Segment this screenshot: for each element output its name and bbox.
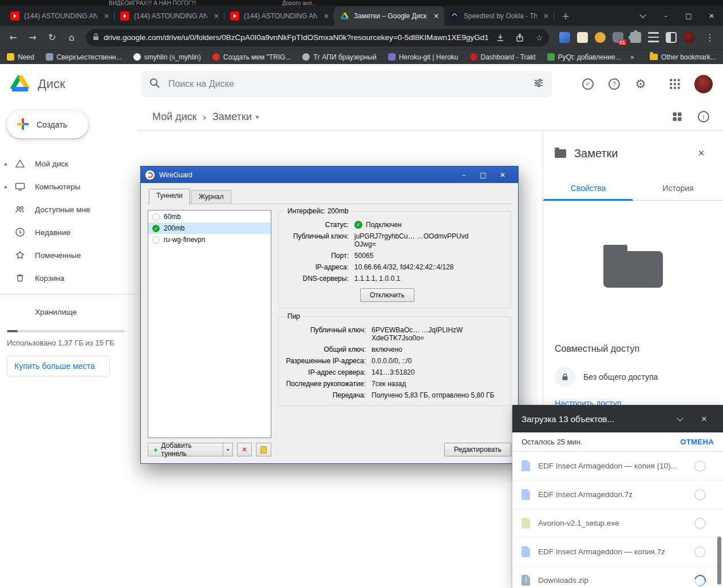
bookmark-star-icon[interactable]: ☆ [532,30,547,45]
add-tunnel-caret-icon[interactable]: ▾ [223,443,232,456]
sidebar-item[interactable]: ▸ Корзина [0,267,137,289]
sidebar-item[interactable]: ▸ Доступные мне [0,198,137,221]
bookmark-item[interactable]: Сверхъестественн... [46,53,122,61]
download-item[interactable]: EDF Insect Armageddon — копия.7z [512,538,723,566]
sidebar-item[interactable]: ▸ Компьютеры [0,175,137,198]
details-tab[interactable]: Свойства [543,176,633,200]
extension-icon[interactable] [630,32,641,43]
bookmark-item[interactable]: Тг АПИ браузерный [302,53,376,61]
details-tab[interactable]: История [633,176,723,200]
url-text[interactable]: drive.google.com/drive/u/0/folders/0BzCp… [104,33,488,42]
info-button[interactable]: i [693,106,714,127]
browser-tab[interactable]: Заметки – Google Диск × [334,6,444,26]
bookmark-item[interactable]: Создать мем "TRIG... [212,53,291,61]
sidebar-item-storage[interactable]: Хранилище [0,300,137,323]
grid-view-button[interactable] [667,106,688,127]
offline-status-button[interactable]: ✓ [576,73,599,96]
google-apps-button[interactable] [663,73,686,96]
drive-logo[interactable]: Диск [9,73,141,95]
search-options-icon[interactable] [534,78,544,90]
forward-button[interactable]: → [23,28,42,47]
search-input[interactable] [168,79,526,89]
breadcrumb-current[interactable]: Заметки ▾ [212,111,259,123]
bookmark-item[interactable]: Heroku-git | Heroku [388,53,459,61]
tunnel-list[interactable]: 60mb 200mb ru-wg-finevpn [148,210,271,438]
tab-close-icon[interactable]: × [432,11,441,21]
bookmark-item[interactable]: Dashboard - Trakt [470,53,536,61]
extension-icon[interactable] [666,32,677,43]
edit-button[interactable]: Редактировать [444,443,511,456]
export-tunnels-button[interactable] [256,443,271,456]
tab-favicon [340,11,349,21]
tunnel-item[interactable]: 200mb [148,223,271,234]
tunnel-item[interactable]: ru-wg-finevpn [148,234,271,245]
sidebar-item[interactable]: ▸ Недавние [0,221,137,244]
add-tunnel-button[interactable]: +Добавить туннель ▾ [148,443,233,456]
share-icon[interactable] [512,30,527,45]
reload-button[interactable]: ↻ [42,28,62,47]
browser-tab[interactable]: (144) ASTOUNDING ANIM × [114,6,224,26]
extension-icon[interactable]: 81 [613,32,623,43]
settings-button[interactable]: ⚙ [629,73,652,96]
collapse-button[interactable] [670,409,690,428]
window-close-button[interactable]: ✕ [700,6,723,26]
download-item[interactable]: EDF Insect Armageddon — копия (10)... [512,452,723,480]
tab-close-icon[interactable]: × [102,11,111,21]
help-button[interactable]: ? [603,73,626,96]
sidebar-item[interactable]: ▸ Помеченные [0,244,137,267]
wireguard-titlebar[interactable]: WireGuard – □ ✕ [141,166,518,183]
wireguard-tab[interactable]: Туннели [149,189,190,204]
remove-tunnel-button[interactable]: ✕ [237,443,252,456]
back-button[interactable]: ← [3,28,23,47]
wg-minimize-button[interactable]: – [455,169,472,181]
buy-storage-button[interactable]: Купить больше места [7,356,110,376]
close-icon[interactable]: ✕ [691,143,712,164]
my-drive-icon [15,158,25,169]
bookmark-item[interactable]: PyQt: добавление... [547,53,621,61]
extension-icon[interactable] [595,32,606,43]
folder-preview-icon [603,251,663,288]
wg-maximize-button[interactable]: □ [475,169,492,181]
chevron-down-icon [677,415,683,421]
expand-caret-icon[interactable]: ▸ [5,161,7,167]
bookmarks-overflow-icon[interactable]: » [630,53,634,61]
download-item[interactable]: Avorion-v2.1_setup.exe [512,509,723,538]
browser-tab[interactable]: (144) ASTOUNDING ANI × [224,6,334,26]
sidebar-item[interactable]: ▸ Мой диск [0,152,137,175]
download-status-icon[interactable] [493,30,508,45]
expand-caret-icon[interactable]: ▸ [5,184,7,190]
new-tab-button[interactable]: + [558,8,574,24]
other-bookmarks-button[interactable]: Other bookmark... [650,53,716,61]
window-minimize-button[interactable]: – [654,6,677,26]
account-avatar[interactable] [694,75,713,93]
tunnel-item[interactable]: 60mb [148,211,271,223]
bookmark-item[interactable]: Need [7,53,34,61]
breadcrumb-root[interactable]: Мой диск [152,111,197,123]
tab-search-button[interactable] [631,6,654,26]
scrollbar-thumb[interactable] [717,537,721,585]
download-item[interactable]: EDF Insect Armageddon.7z [512,480,723,509]
browser-menu-icon[interactable]: ⋮ [700,28,720,47]
wg-close-button[interactable]: ✕ [494,169,511,181]
extension-icon[interactable] [559,32,570,43]
storage-label: Хранилище [35,308,77,316]
tab-close-icon[interactable]: × [322,11,331,21]
extension-icon[interactable] [577,32,588,43]
browser-tab[interactable]: (144) ASTOUNDING ANIM × [5,6,114,26]
create-button[interactable]: Создать [7,111,88,138]
tab-close-icon[interactable]: × [212,11,221,21]
browser-tab[interactable]: Speedtest by Ookla - The × [444,6,554,26]
downloads-close-button[interactable]: ✕ [694,409,714,428]
extension-icon[interactable] [684,32,694,43]
window-maximize-button[interactable]: □ [677,6,700,26]
bookmark-item[interactable]: smyhlin (s_myhlin) [133,53,201,61]
tab-close-icon[interactable]: × [542,11,551,21]
extension-icon[interactable] [648,32,659,43]
disconnect-button[interactable]: Отключить [360,288,414,302]
drive-search-bar[interactable] [141,71,552,97]
home-button[interactable]: ⌂ [62,28,81,47]
cancel-button[interactable]: ОТМЕНА [680,438,714,446]
address-bar[interactable]: drive.google.com/drive/u/0/folders/0BzCp… [86,29,549,46]
wireguard-tab[interactable]: Журнал [191,190,231,204]
download-item[interactable]: Downloads.zip [512,566,723,588]
